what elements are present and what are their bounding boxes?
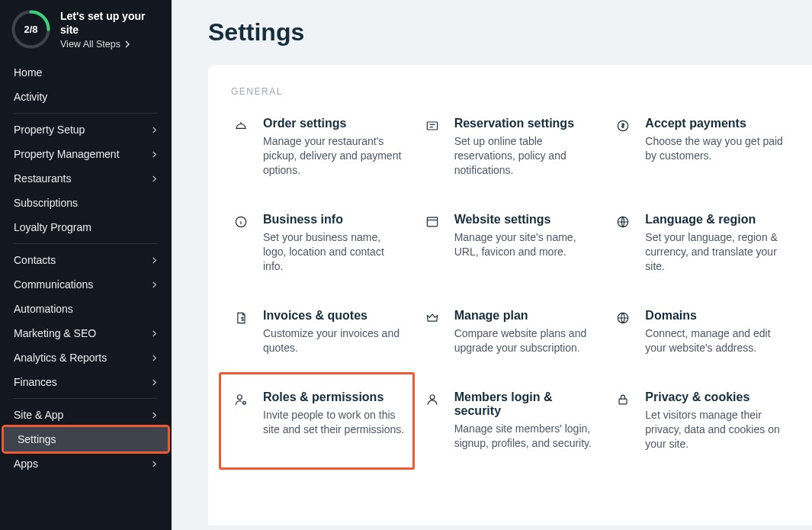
reservation-icon — [424, 117, 441, 134]
card-language-region[interactable]: Language & regionSet your language, regi… — [613, 210, 789, 277]
nav-finances[interactable]: Finances — [0, 370, 172, 394]
globe-icon — [615, 310, 631, 326]
progress-counter: 2/8 — [11, 9, 51, 50]
progress-ring: 2/8 — [11, 9, 51, 50]
card-privacy-cookies[interactable]: Privacy & cookiesLet visitors manage the… — [613, 387, 789, 455]
invoice-icon — [233, 310, 249, 326]
nav: Home Activity Property Setup Property Ma… — [0, 60, 172, 483]
nav-apps[interactable]: Apps — [0, 451, 172, 476]
card-reservation-settings[interactable]: Reservation settingsSet up online table … — [422, 114, 599, 181]
setup-title: Let's set up your site — [60, 9, 161, 37]
svg-rect-5 — [427, 217, 437, 226]
card-roles-permissions[interactable]: Roles & permissionsInvite people to work… — [231, 387, 407, 455]
user-icon — [424, 391, 441, 408]
browser-icon — [424, 214, 441, 230]
dollar-circle-icon — [615, 117, 631, 134]
nav-analytics[interactable]: Analytics & Reports — [0, 345, 172, 370]
card-accept-payments[interactable]: Accept paymentsChoose the way you get pa… — [613, 114, 789, 181]
sidebar: 2/8 Let's set up your site View All Step… — [0, 0, 172, 530]
card-invoices-quotes[interactable]: Invoices & quotesCustomize your invoices… — [231, 306, 407, 358]
nav-restaurants[interactable]: Restaurants — [0, 166, 172, 191]
info-circle-icon — [233, 214, 249, 230]
svg-point-9 — [243, 402, 246, 404]
setup-progress-block: 2/8 Let's set up your site View All Step… — [0, 0, 172, 60]
card-website-settings[interactable]: Website settingsManage your site's name,… — [422, 210, 599, 277]
nav-contacts[interactable]: Contacts — [0, 248, 172, 272]
cloche-icon — [233, 117, 249, 134]
nav-settings-highlight: Settings — [2, 425, 170, 454]
chevron-right-icon — [151, 127, 158, 133]
chevron-right-icon — [151, 281, 158, 288]
chevron-right-icon — [151, 175, 158, 182]
nav-communications[interactable]: Communications — [0, 272, 172, 297]
settings-panel: GENERAL Order settingsManage your restau… — [208, 65, 812, 525]
view-all-steps-link[interactable]: View All Steps — [60, 39, 161, 50]
nav-marketing-seo[interactable]: Marketing & SEO — [0, 321, 172, 345]
chevron-right-icon — [151, 379, 158, 386]
nav-settings[interactable]: Settings — [4, 427, 168, 451]
svg-point-8 — [237, 395, 242, 400]
chevron-right-icon — [151, 461, 158, 467]
section-label-general: GENERAL — [231, 86, 789, 97]
page-title: Settings — [172, 0, 812, 65]
nav-property-setup[interactable]: Property Setup — [0, 117, 172, 142]
user-gear-icon — [233, 391, 249, 408]
globe-icon — [615, 214, 631, 230]
nav-property-management[interactable]: Property Management — [0, 142, 172, 166]
lock-icon — [615, 391, 631, 408]
nav-subscriptions[interactable]: Subscriptions — [0, 191, 172, 215]
nav-home[interactable]: Home — [0, 60, 172, 85]
card-members-login[interactable]: Members login & securityManage site memb… — [422, 387, 599, 455]
chevron-right-icon — [151, 412, 158, 419]
nav-loyalty[interactable]: Loyalty Program — [0, 215, 172, 239]
card-order-settings[interactable]: Order settingsManage your restaurant's p… — [231, 114, 407, 181]
settings-grid: Order settingsManage your restaurant's p… — [231, 114, 789, 455]
crown-icon — [424, 310, 441, 326]
card-business-info[interactable]: Business infoSet your business name, log… — [231, 210, 407, 277]
svg-point-10 — [430, 395, 435, 400]
chevron-right-icon — [151, 151, 158, 158]
card-domains[interactable]: DomainsConnect, manage and edit your web… — [613, 306, 789, 358]
main: Settings GENERAL Order settingsManage yo… — [172, 0, 812, 530]
chevron-right-icon — [151, 257, 158, 264]
nav-activity[interactable]: Activity — [0, 85, 172, 109]
chevron-right-icon — [124, 40, 131, 48]
chevron-right-icon — [151, 330, 158, 337]
nav-site-app[interactable]: Site & App — [0, 403, 172, 427]
card-manage-plan[interactable]: Manage planCompare website plans and upg… — [422, 306, 599, 358]
nav-automations[interactable]: Automations — [0, 297, 172, 321]
svg-rect-2 — [427, 122, 437, 130]
chevron-right-icon — [151, 355, 158, 361]
svg-rect-11 — [619, 399, 627, 404]
